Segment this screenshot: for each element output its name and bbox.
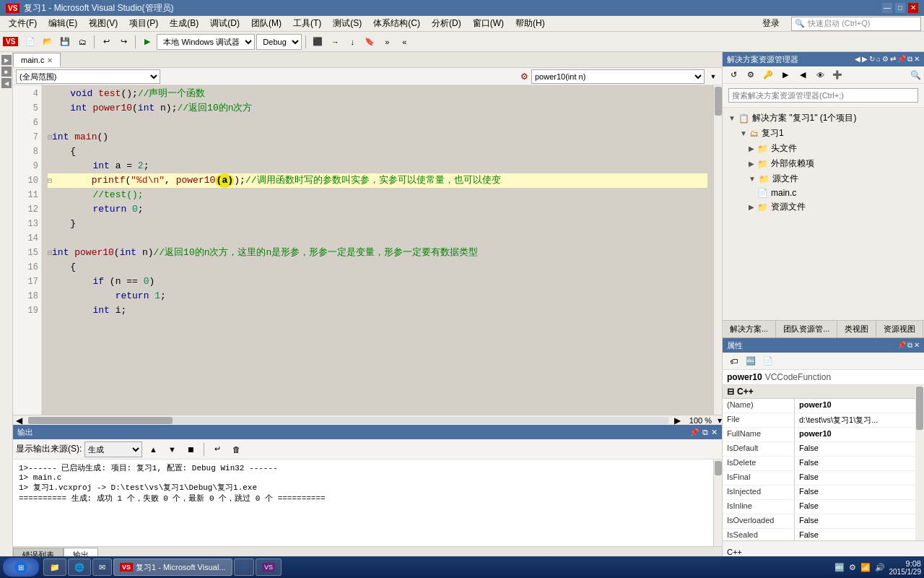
- se-add-btn[interactable]: ➕: [829, 67, 845, 83]
- se-back-btn[interactable]: ◀: [855, 55, 860, 64]
- scope-left-select[interactable]: (全局范围): [16, 69, 160, 84]
- menu-arch[interactable]: 体系结构(C): [367, 16, 426, 31]
- taskbar-ie[interactable]: 🌐: [68, 558, 91, 576]
- step-over-btn[interactable]: →: [327, 34, 343, 50]
- open-btn[interactable]: 📂: [40, 34, 56, 50]
- menu-debug[interactable]: 调试(D): [204, 16, 245, 31]
- prop-alpha-btn[interactable]: 🔤: [743, 353, 759, 369]
- output-source-select[interactable]: 生成: [84, 441, 142, 457]
- prop-float-btn[interactable]: ⧉: [907, 341, 912, 350]
- new-file-btn[interactable]: 📄: [22, 34, 38, 50]
- scroll-left-btn[interactable]: ◀: [13, 415, 25, 426]
- close-btn[interactable]: ✕: [908, 3, 918, 13]
- nav-tab-resource[interactable]: 资源视图: [876, 321, 923, 337]
- output-pin-btn[interactable]: 📌: [689, 428, 699, 437]
- menu-project[interactable]: 项目(P): [123, 16, 164, 31]
- se-float-btn[interactable]: ⧉: [907, 55, 912, 64]
- tree-main-c[interactable]: 📄 main.c: [725, 186, 921, 199]
- breakpoint-btn[interactable]: ⬛: [310, 34, 326, 50]
- prop-pin-btn[interactable]: 📌: [897, 341, 906, 350]
- maximize-btn[interactable]: □: [895, 3, 905, 13]
- menu-analyze[interactable]: 分析(D): [426, 16, 467, 31]
- prop-row-isoverloaded[interactable]: IsOverloaded False: [723, 514, 915, 529]
- se-close-btn[interactable]: ✕: [914, 55, 920, 64]
- scroll-track[interactable]: [28, 417, 668, 424]
- output-wrap-btn[interactable]: ↵: [209, 441, 225, 457]
- se-sync-btn[interactable]: ⇄: [890, 55, 896, 64]
- taskbar-vs[interactable]: VS 复习1 - Microsoft Visual...: [113, 558, 232, 576]
- run-btn[interactable]: ▶: [139, 34, 155, 50]
- prop-row-issealed[interactable]: IsSealed False: [723, 529, 915, 540]
- output-down-btn[interactable]: ▼: [164, 441, 180, 457]
- menu-team[interactable]: 团队(M): [245, 16, 287, 31]
- menu-help[interactable]: 帮助(H): [510, 16, 551, 31]
- se-pin-btn[interactable]: 📌: [897, 55, 906, 64]
- editor-scrollbar-h[interactable]: ◀ ▶ 100 % ▾: [13, 415, 722, 425]
- output-clear-btn[interactable]: 🗑: [228, 441, 244, 457]
- taskbar-word[interactable]: W: [234, 558, 254, 576]
- se-toolbar-btn4[interactable]: ▶: [777, 67, 793, 83]
- start-button[interactable]: ⊞: [3, 558, 39, 577]
- config-dropdown[interactable]: Debug: [256, 34, 302, 50]
- nav-tab-solution[interactable]: 解决方案...: [723, 321, 776, 337]
- menu-window[interactable]: 窗口(W): [467, 16, 510, 31]
- menu-test[interactable]: 测试(S): [327, 16, 367, 31]
- prop-scrollbar-v[interactable]: [915, 385, 924, 540]
- solution-search-input[interactable]: [728, 88, 918, 103]
- prop-row-isfinal[interactable]: IsFinal False: [723, 471, 915, 486]
- next-bookmark-btn[interactable]: »: [379, 34, 395, 50]
- panel-icon-3[interactable]: ◀: [1, 78, 12, 88]
- prop-row-fullname[interactable]: FullName power10: [723, 428, 915, 442]
- code-content[interactable]: void test();//声明一个函数 int power10(int n);…: [42, 85, 713, 415]
- prop-row-name[interactable]: (Name) power10: [723, 399, 915, 413]
- run-target-dropdown[interactable]: 本地 Windows 调试器: [157, 34, 255, 50]
- se-home-btn[interactable]: ⌂: [876, 55, 881, 64]
- se-settings-btn[interactable]: ⚙: [882, 55, 889, 64]
- tree-headers[interactable]: ▶ 📁 头文件: [725, 141, 921, 156]
- se-toolbar-btn2[interactable]: ⚙: [743, 67, 759, 83]
- menu-view[interactable]: 视图(V): [83, 16, 123, 31]
- scope-nav-btn[interactable]: ▼: [707, 69, 719, 84]
- minimize-btn[interactable]: —: [882, 3, 892, 13]
- prop-row-isinline[interactable]: IsInline False: [723, 500, 915, 514]
- se-toolbar-btn5[interactable]: ◀: [795, 67, 811, 83]
- output-up-btn[interactable]: ▲: [145, 441, 161, 457]
- scroll-right-btn[interactable]: ▶: [671, 415, 684, 426]
- redo-btn[interactable]: ↪: [116, 34, 131, 50]
- output-scrollbar-v[interactable]: [713, 460, 722, 546]
- menu-login[interactable]: 登录: [757, 16, 785, 31]
- scroll-thumb-h[interactable]: [28, 417, 173, 424]
- output-close-btn[interactable]: ✕: [711, 428, 718, 437]
- prop-cat-btn[interactable]: 🏷: [725, 353, 741, 369]
- tab-close[interactable]: ✕: [47, 56, 53, 64]
- menu-build[interactable]: 生成(B): [164, 16, 204, 31]
- panel-icon-1[interactable]: ▶: [1, 55, 12, 65]
- undo-btn[interactable]: ↩: [98, 34, 114, 50]
- prop-section-collapse[interactable]: ⊟: [727, 387, 734, 397]
- prop-row-isdelete[interactable]: IsDelete False: [723, 457, 915, 471]
- tree-external[interactable]: ▶ 📁 外部依赖项: [725, 156, 921, 171]
- menu-edit[interactable]: 编辑(E): [43, 16, 83, 31]
- prop-close-btn[interactable]: ✕: [914, 341, 920, 350]
- se-refresh-btn[interactable]: ↻: [869, 55, 875, 64]
- output-scroll-thumb[interactable]: [715, 461, 722, 475]
- prop-row-isdefault[interactable]: IsDefault False: [723, 442, 915, 457]
- scrollbar-thumb[interactable]: [715, 87, 722, 116]
- tree-project[interactable]: ▼ 🗂 复习1: [725, 126, 921, 141]
- taskbar-outlook[interactable]: ✉: [92, 558, 112, 576]
- taskbar-vs2[interactable]: VS: [256, 558, 282, 576]
- prop-scroll-thumb[interactable]: [916, 387, 923, 430]
- prop-row-file[interactable]: File d:\test\vs\复习1\复习...: [723, 413, 915, 428]
- save-btn[interactable]: 💾: [57, 34, 73, 50]
- tab-main-c[interactable]: main.c ✕: [13, 53, 61, 67]
- menu-tools[interactable]: 工具(T): [287, 16, 327, 31]
- tree-resources[interactable]: ▶ 📁 资源文件: [725, 199, 921, 215]
- prop-page-btn[interactable]: 📄: [760, 353, 776, 369]
- se-toolbar-btn3[interactable]: 🔑: [760, 67, 776, 83]
- step-into-btn[interactable]: ↓: [344, 34, 360, 50]
- se-toolbar-btn1[interactable]: ↺: [725, 67, 741, 83]
- save-all-btn[interactable]: 🗂: [74, 34, 90, 50]
- scope-right-select[interactable]: power10(int n): [531, 69, 705, 84]
- nav-tab-team[interactable]: 团队资源管...: [776, 321, 837, 337]
- prev-bookmark-btn[interactable]: «: [396, 34, 412, 50]
